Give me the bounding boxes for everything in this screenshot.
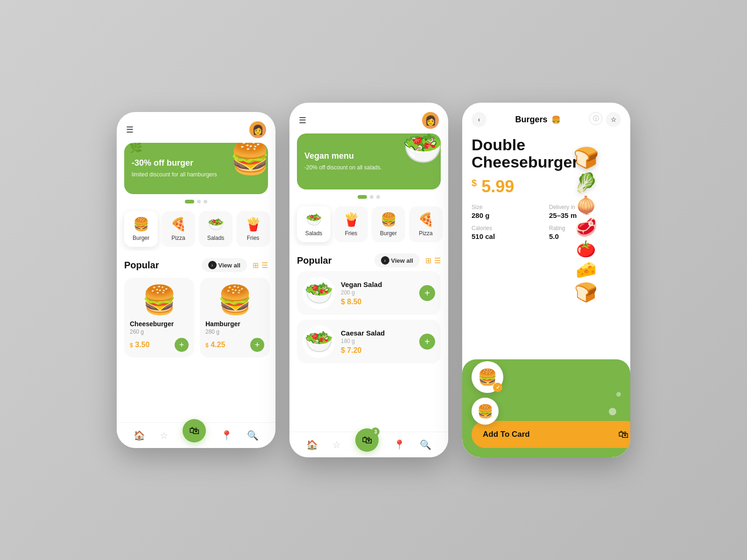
phone2-nav-home-icon[interactable]: 🏠	[306, 439, 318, 450]
phone2-fries-label: Fries	[345, 230, 358, 237]
banner-title: -30% off burger	[132, 158, 261, 168]
nav-home-icon[interactable]: 🏠	[134, 430, 145, 441]
phone2-banner-text: Vegan menu -20% off discount on all sala…	[304, 151, 433, 172]
price-dollar-sign: $	[472, 178, 477, 188]
cart-badge-number: 3	[371, 427, 380, 436]
caesar-salad-card[interactable]: 🥗 Caesar Salad 180 g $ 7.20 +	[297, 320, 441, 364]
category-burger[interactable]: 🍔 Burger	[124, 211, 158, 247]
hamburger-image: 🍔	[205, 283, 264, 316]
leaf-icon: 🌿	[129, 143, 143, 154]
phone2-pizza-label: Pizza	[419, 230, 432, 237]
tomato-layer: 🍅	[576, 239, 596, 258]
nav-search-icon[interactable]: 🔍	[247, 430, 259, 441]
burger-thumb-2[interactable]: 🍔	[472, 398, 499, 425]
vegan-salad-card[interactable]: 🥗 Vegan Salad 200 g $ 8.50 +	[297, 271, 441, 315]
dot-3	[204, 200, 207, 203]
phone2-food-list: 🥗 Vegan Salad 200 g $ 8.50 + 🥗 Caesar Sa…	[289, 271, 448, 364]
view-all-text: View all	[218, 262, 240, 269]
phone2-promo-banner[interactable]: Vegan menu -20% off discount on all sala…	[297, 133, 441, 189]
phone3-title: Burgers	[515, 115, 547, 125]
phone2-nav-search-icon[interactable]: 🔍	[420, 439, 431, 450]
phone2-avatar[interactable]: 👩	[422, 112, 439, 129]
vegan-salad-name: Vegan Salad	[341, 280, 414, 288]
phone2-view-all-button[interactable]: › View all	[374, 253, 420, 267]
bottom-navigation: 🏠 ☆ 🛍 📍 🔍	[117, 422, 275, 448]
vegan-salad-info: Vegan Salad 200 g $ 8.50	[341, 280, 414, 306]
grid-view-icon[interactable]: ⊞	[253, 261, 259, 270]
food-card-cheeseburger[interactable]: 🍔 Cheeseburger 260 g $ 3.50 +	[124, 278, 194, 357]
phone2-burger-label: Burger	[380, 230, 397, 237]
calories-label: Calories	[472, 225, 543, 231]
phone2-salads-emoji: 🥗	[306, 212, 322, 227]
phone2-category-fries[interactable]: 🍟 Fries	[334, 206, 368, 242]
phone3-title-row: Burgers 🍔	[515, 115, 560, 125]
vegan-salad-image: 🥗	[303, 277, 335, 309]
back-button[interactable]: ‹	[472, 112, 486, 127]
category-pizza[interactable]: 🍕 Pizza	[162, 211, 195, 247]
detail-calories: Calories 510 cal	[472, 225, 543, 240]
category-salads[interactable]: 🥗 Salads	[199, 211, 233, 247]
phone2-category-salads[interactable]: 🥗 Salads	[297, 206, 331, 242]
cheeseburger-footer: $ 3.50 +	[130, 338, 189, 352]
add-to-cart-label: Add To Card	[483, 430, 613, 439]
phone2-popular-section-header: Popular › View all ⊞ ☰	[289, 246, 448, 271]
burger-emoji: 🍔	[133, 217, 149, 232]
phone2-cart-fab-button[interactable]: 🛍 3	[355, 428, 379, 452]
phone2-pizza-emoji: 🍕	[418, 212, 434, 227]
hamburger-price: $ 4.25	[205, 341, 225, 349]
promo-banner[interactable]: 🌿 -30% off burger limited discount for a…	[124, 143, 268, 194]
avatar[interactable]: 👩	[249, 121, 266, 138]
phone2-header: ☰ 👩	[289, 103, 448, 133]
list-view-icon[interactable]: ☰	[261, 261, 268, 270]
view-all-arrow-icon: ›	[208, 261, 217, 269]
food-card-hamburger[interactable]: 🍔 Hamburger 280 g $ 4.25 +	[200, 278, 270, 357]
price-value: 5.99	[481, 177, 514, 196]
phone2-banner-subtitle: -20% off discount on all salads.	[304, 164, 433, 172]
phone2-menu-icon[interactable]: ☰	[299, 115, 306, 126]
favorite-button[interactable]: ☆	[606, 112, 621, 127]
popular-section-header: Popular › View all ⊞ ☰	[117, 251, 275, 276]
phone2-category-pizza[interactable]: 🍕 Pizza	[409, 206, 443, 242]
view-all-button[interactable]: › View all	[202, 258, 247, 272]
burger-thumb-1[interactable]: 🍔 ✓	[472, 361, 503, 393]
add-hamburger-button[interactable]: +	[250, 338, 264, 352]
phone2-nav-favorites-icon[interactable]: ☆	[332, 439, 341, 450]
cart-fab-button[interactable]: 🛍	[183, 419, 206, 442]
phone2-burger-emoji: 🍔	[381, 212, 397, 227]
add-cheeseburger-button[interactable]: +	[175, 338, 189, 352]
deco-circle-2	[616, 392, 621, 397]
phone2-dot-2	[370, 195, 374, 199]
info-button[interactable]: ⓘ	[589, 112, 602, 125]
phone2-list-view-icon[interactable]: ☰	[434, 256, 441, 265]
caesar-salad-image: 🥗	[303, 325, 335, 358]
phone2-category-burger[interactable]: 🍔 Burger	[372, 206, 405, 242]
add-vegan-salad-button[interactable]: +	[419, 285, 435, 301]
phone-2: ☰ 👩 Vegan menu -20% off discount on all …	[289, 103, 448, 457]
phone2-salads-label: Salads	[305, 230, 323, 237]
add-to-cart-button[interactable]: Add To Card 🛍	[472, 421, 630, 448]
deco-circle-1	[609, 408, 616, 415]
vegan-salad-price: $ 8.50	[341, 298, 414, 306]
size-label: Size	[472, 204, 543, 210]
category-fries[interactable]: 🍟 Fries	[236, 211, 270, 247]
nav-favorites-icon[interactable]: ☆	[160, 430, 168, 441]
bottom-green-section: 🍔 ✓ 🍔 Add To Card 🛍	[462, 359, 630, 457]
salads-emoji: 🥗	[208, 217, 224, 232]
burger-thumbnails: 🍔 ✓ 🍔	[472, 361, 503, 425]
phone3-header: ‹ Burgers 🍔 ⓘ ☆	[462, 103, 630, 132]
cheeseburger-image: 🍔	[130, 283, 189, 316]
bun-top: 🍞	[573, 146, 599, 170]
add-caesar-salad-button[interactable]: +	[419, 334, 435, 350]
phone2-nav-location-icon[interactable]: 📍	[394, 439, 405, 450]
banner-subtitle: limited discount for all hamburgers	[132, 171, 261, 179]
menu-icon[interactable]: ☰	[126, 125, 134, 135]
phone2-dot-1	[358, 195, 367, 199]
burger-label: Burger	[133, 235, 149, 241]
cart-icon: 🛍	[618, 428, 628, 441]
pizza-label: Pizza	[171, 235, 185, 241]
nav-location-icon[interactable]: 📍	[221, 430, 233, 441]
hamburger-footer: $ 4.25 +	[205, 338, 264, 352]
phone2-grid-view-icon[interactable]: ⊞	[425, 256, 431, 265]
phones-container: ☰ 👩 🌿 -30% off burger limited discount f…	[98, 84, 649, 476]
phone2-carousel-dots	[289, 195, 448, 199]
